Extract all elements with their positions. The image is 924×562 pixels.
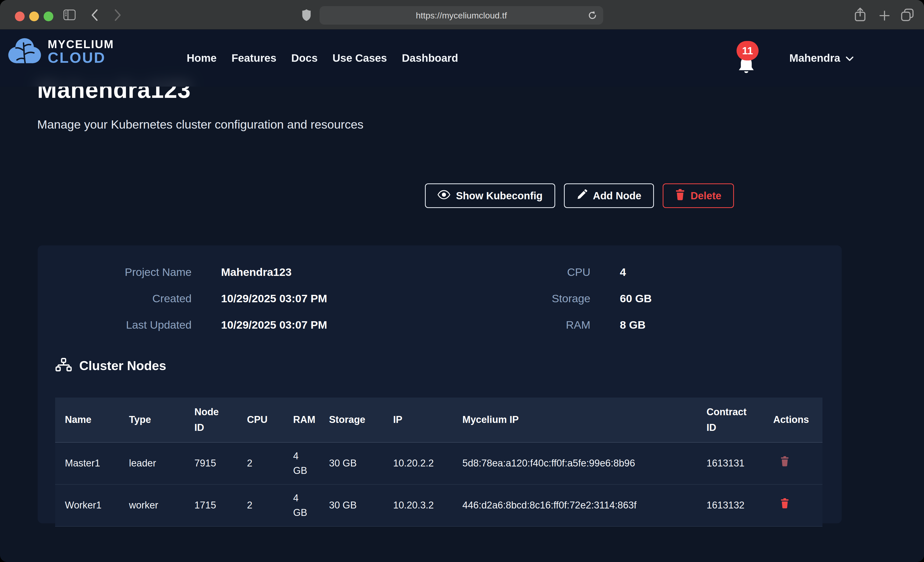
mycelium-cloud-logo-icon [7, 36, 42, 67]
detail-value: Mahendra123 [221, 266, 292, 278]
details-left-column: Project Name Mahendra123 Created 10/29/2… [49, 266, 327, 331]
zoom-button[interactable] [44, 12, 53, 21]
detail-value: 8 GB [620, 319, 645, 331]
col-header-node-id: Node ID [184, 398, 237, 442]
col-header-name: Name [55, 398, 119, 442]
cell-storage: 30 GB [319, 484, 383, 526]
trash-icon [780, 463, 789, 467]
col-header-type: Type [119, 398, 184, 442]
close-button[interactable] [15, 12, 25, 21]
nav-item-home[interactable]: Home [187, 52, 217, 64]
cluster-nodes-icon [55, 357, 72, 374]
detail-label: CPU [461, 266, 590, 278]
refresh-icon[interactable] [587, 10, 597, 21]
cell-node-id: 1715 [184, 484, 237, 526]
cluster-nodes-heading: Cluster Nodes [55, 357, 166, 374]
brand-logo[interactable]: MYCELIUM CLOUD [7, 36, 114, 67]
trash-icon [780, 505, 789, 509]
nav-item-features[interactable]: Features [232, 52, 276, 64]
cell-name: Master1 [55, 442, 119, 484]
user-menu[interactable]: Mahendra [789, 30, 854, 87]
cell-contract-id: 1613132 [697, 484, 764, 526]
trash-icon [675, 189, 685, 203]
cell-cpu: 2 [237, 484, 284, 526]
notification-badge: 11 [736, 41, 759, 60]
cell-type: worker [119, 484, 184, 526]
add-node-label: Add Node [593, 190, 641, 202]
brand-name-bottom: CLOUD [48, 50, 114, 65]
table-row: Master1 leader 7915 2 4 GB 30 GB 10.20.2… [55, 442, 822, 484]
nav-links: Home Features Docs Use Cases Dashboard [187, 30, 458, 87]
detail-row-project-name: Project Name Mahendra123 [49, 266, 327, 278]
user-name: Mahendra [789, 52, 840, 64]
cell-ip: 10.20.3.2 [383, 484, 453, 526]
address-bar[interactable]: https://myceliumcloud.tf [320, 6, 603, 25]
url-text: https://myceliumcloud.tf [416, 10, 507, 21]
cell-ram: 4 GB [284, 484, 319, 526]
col-header-actions: Actions [764, 398, 822, 442]
detail-row-cpu: CPU 4 [461, 266, 652, 278]
cell-type: leader [119, 442, 184, 484]
table-header-row: Name Type Node ID CPU RAM Storage IP Myc… [55, 398, 822, 442]
share-icon[interactable] [854, 7, 866, 22]
col-header-mycelium-ip: Mycelium IP [453, 398, 697, 442]
nav-item-docs[interactable]: Docs [291, 52, 318, 64]
new-tab-icon[interactable] [879, 10, 890, 21]
cell-mycelium-ip: 5d8:78ea:a120:f40c:ff0f:a5fe:99e6:8b96 [453, 442, 697, 484]
detail-value: 60 GB [620, 292, 652, 305]
cluster-details-panel: Project Name Mahendra123 Created 10/29/2… [38, 245, 842, 523]
brand-name-top: MYCELIUM [48, 39, 114, 50]
delete-node-button[interactable] [773, 456, 789, 467]
detail-label: RAM [461, 319, 590, 331]
tabs-overview-icon[interactable] [901, 8, 914, 21]
detail-label: Storage [461, 292, 590, 305]
col-header-ip: IP [383, 398, 453, 442]
page-subtitle: Manage your Kubernetes cluster configura… [37, 117, 363, 132]
browser-window: https://myceliumcloud.tf [0, 0, 924, 562]
col-header-ram: RAM [284, 398, 319, 442]
table-row: Worker1 worker 1715 2 4 GB 30 GB 10.20.3… [55, 484, 822, 526]
cell-ram: 4 GB [284, 442, 319, 484]
cell-actions [764, 484, 822, 526]
cell-actions [764, 442, 822, 484]
sidebar-icon[interactable] [63, 9, 76, 21]
add-node-button[interactable]: Add Node [564, 184, 654, 208]
col-header-contract-id: Contract ID [697, 398, 764, 442]
detail-value: 10/29/2025 03:07 PM [221, 319, 327, 331]
nav-item-dashboard[interactable]: Dashboard [402, 52, 458, 64]
detail-label: Last Updated [49, 319, 192, 331]
cell-node-id: 7915 [184, 442, 237, 484]
col-header-cpu: CPU [237, 398, 284, 442]
detail-row-created: Created 10/29/2025 03:07 PM [49, 292, 327, 305]
detail-label: Created [49, 292, 192, 305]
cluster-nodes-table: Name Type Node ID CPU RAM Storage IP Myc… [55, 398, 822, 527]
eye-icon [438, 190, 450, 202]
site-navbar: MYCELIUM CLOUD Home Features Docs Use Ca… [0, 30, 924, 87]
minimize-button[interactable] [29, 12, 39, 21]
detail-value: 4 [620, 266, 626, 278]
cell-ip: 10.20.2.2 [383, 442, 453, 484]
traffic-lights [15, 12, 53, 21]
show-kubeconfig-button[interactable]: Show Kubeconfig [425, 184, 555, 208]
cell-mycelium-ip: 446:d2a6:8bcd:8c16:ff0f:72e2:3114:863f [453, 484, 697, 526]
browser-toolbar: https://myceliumcloud.tf [0, 0, 924, 30]
cell-storage: 30 GB [319, 442, 383, 484]
page-content: Mahendra123 [0, 30, 924, 562]
detail-value: 10/29/2025 03:07 PM [221, 292, 327, 305]
delete-node-button[interactable] [773, 498, 789, 509]
show-kubeconfig-label: Show Kubeconfig [456, 190, 543, 202]
pencil-icon [576, 189, 587, 202]
back-icon[interactable] [90, 9, 99, 21]
delete-label: Delete [691, 190, 722, 202]
cell-contract-id: 1613131 [697, 442, 764, 484]
cell-cpu: 2 [237, 442, 284, 484]
shield-icon[interactable] [302, 9, 311, 21]
cluster-actions: Show Kubeconfig Add Node [425, 184, 734, 208]
forward-icon[interactable] [113, 9, 122, 21]
details-right-column: CPU 4 Storage 60 GB RAM 8 GB [461, 266, 652, 331]
nav-item-use-cases[interactable]: Use Cases [332, 52, 387, 64]
detail-label: Project Name [49, 266, 192, 278]
delete-cluster-button[interactable]: Delete [663, 184, 734, 208]
detail-row-storage: Storage 60 GB [461, 292, 652, 305]
detail-row-last-updated: Last Updated 10/29/2025 03:07 PM [49, 319, 327, 331]
